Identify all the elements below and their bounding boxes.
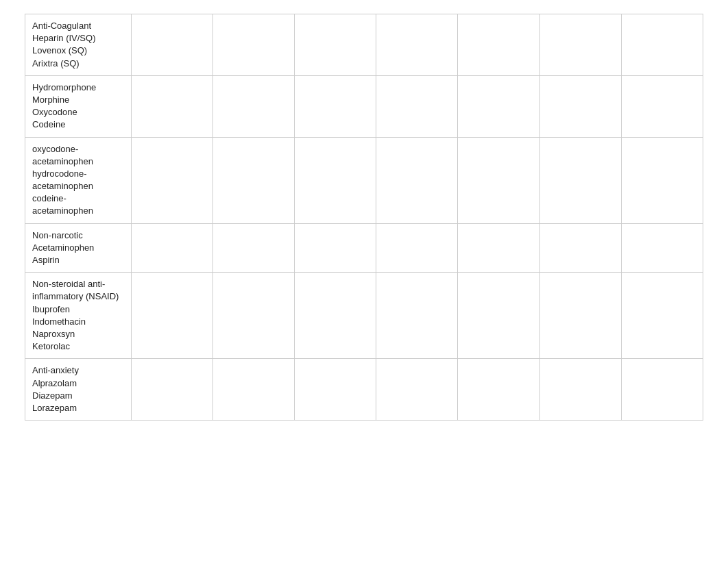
drug-label-1-0: Morphine — [32, 94, 124, 106]
category-label-2: oxycodone-acetaminophen — [32, 143, 124, 168]
empty-cell-2-0 — [131, 137, 213, 223]
drug-label-0-1: Lovenox (SQ) — [32, 45, 124, 57]
empty-cell-5-4 — [458, 359, 539, 421]
category-label-5: Anti-anxiety — [32, 364, 124, 377]
empty-cell-0-6 — [621, 14, 703, 76]
medication-grid: Anti-CoagulantHeparin (IV/SQ)Lovenox (SQ… — [25, 14, 703, 421]
category-label-3: Non-narcotic — [32, 229, 124, 242]
empty-cell-0-2 — [295, 14, 376, 76]
empty-cell-2-3 — [376, 137, 458, 223]
drug-label-3-0: Acetaminophen — [32, 242, 124, 254]
empty-cell-4-3 — [376, 273, 458, 359]
category-cell-4: Non-steroidal anti-inflammatory (NSAID)I… — [25, 273, 132, 359]
empty-cell-4-1 — [213, 273, 294, 359]
empty-cell-1-1 — [213, 75, 294, 137]
empty-cell-3-1 — [213, 223, 294, 273]
empty-cell-2-4 — [458, 137, 539, 223]
category-label-0: Anti-Coagulant — [32, 20, 124, 32]
drug-label-1-1: Oxycodone — [32, 106, 124, 118]
empty-cell-0-3 — [376, 14, 458, 76]
empty-cell-1-6 — [621, 75, 703, 137]
drug-label-3-1: Aspirin — [32, 254, 124, 266]
empty-cell-1-0 — [131, 75, 213, 137]
drug-label-5-0: Alprazolam — [32, 377, 124, 390]
empty-cell-5-2 — [295, 359, 376, 421]
category-cell-1: HydromorphoneMorphineOxycodoneCodeine — [25, 75, 132, 137]
drug-label-0-2: Arixtra (SQ) — [32, 58, 124, 70]
empty-cell-5-3 — [376, 359, 458, 421]
empty-cell-4-6 — [621, 273, 703, 359]
category-label-1: Hydromorphone — [32, 82, 124, 94]
empty-cell-2-1 — [213, 137, 294, 223]
empty-cell-5-6 — [621, 359, 703, 421]
empty-cell-2-2 — [295, 137, 376, 223]
empty-cell-1-2 — [295, 75, 376, 137]
empty-cell-2-5 — [539, 137, 621, 223]
category-cell-2: oxycodone-acetaminophenhydrocodone-aceta… — [25, 137, 132, 223]
empty-cell-3-6 — [621, 223, 703, 273]
drug-label-4-0: Ibuprofen — [32, 303, 124, 316]
empty-cell-0-1 — [213, 14, 294, 76]
empty-cell-4-2 — [295, 273, 376, 359]
empty-cell-3-4 — [458, 223, 539, 273]
empty-cell-3-2 — [295, 223, 376, 273]
empty-cell-0-0 — [131, 14, 213, 76]
drug-label-4-3: Ketorolac — [32, 340, 124, 353]
page-container: Anti-CoagulantHeparin (IV/SQ)Lovenox (SQ… — [0, 0, 728, 563]
drug-label-1-2: Codeine — [32, 118, 124, 131]
empty-cell-0-5 — [539, 14, 621, 76]
category-cell-5: Anti-anxietyAlprazolamDiazepamLorazepam — [25, 359, 132, 421]
empty-cell-3-0 — [131, 223, 213, 273]
empty-cell-5-5 — [539, 359, 621, 421]
empty-cell-4-4 — [458, 273, 539, 359]
empty-cell-3-5 — [539, 223, 621, 273]
empty-cell-5-0 — [131, 359, 213, 421]
empty-cell-3-3 — [376, 223, 458, 273]
empty-cell-2-6 — [621, 137, 703, 223]
empty-cell-5-1 — [213, 359, 294, 421]
empty-cell-1-3 — [376, 75, 458, 137]
category-cell-3: Non-narcoticAcetaminophenAspirin — [25, 223, 132, 273]
empty-cell-4-5 — [539, 273, 621, 359]
category-cell-0: Anti-CoagulantHeparin (IV/SQ)Lovenox (SQ… — [25, 14, 132, 76]
empty-cell-1-5 — [539, 75, 621, 137]
empty-cell-4-0 — [131, 273, 213, 359]
empty-cell-1-4 — [458, 75, 539, 137]
drug-label-5-2: Lorazepam — [32, 402, 124, 414]
drug-label-5-1: Diazepam — [32, 390, 124, 402]
drug-label-4-2: Naproxsyn — [32, 328, 124, 340]
drug-label-2-1: codeine-acetaminophen — [32, 192, 124, 217]
drug-label-2-0: hydrocodone-acetaminophen — [32, 168, 124, 192]
category-label-4: Non-steroidal anti-inflammatory (NSAID) — [32, 278, 124, 303]
drug-label-4-1: Indomethacin — [32, 316, 124, 328]
empty-cell-0-4 — [458, 14, 539, 76]
drug-label-0-0: Heparin (IV/SQ) — [32, 32, 124, 45]
